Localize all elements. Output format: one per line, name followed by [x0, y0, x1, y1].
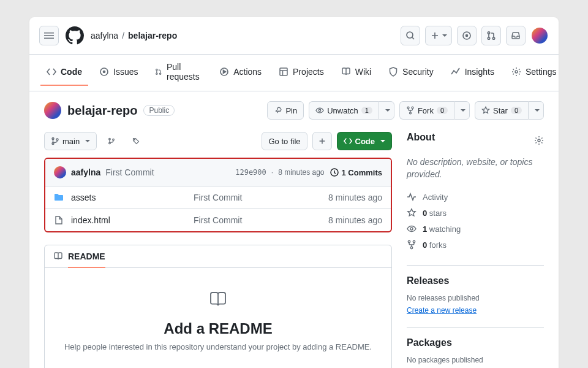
issues-shortcut[interactable] [457, 26, 477, 45]
breadcrumb-sep: / [122, 31, 124, 40]
forks-link[interactable]: 0 forks [407, 237, 544, 253]
svg-point-16 [160, 73, 161, 74]
unwatch-count: 1 [361, 107, 372, 114]
commit-message[interactable]: First Commit [105, 167, 154, 177]
about-settings-button[interactable] [534, 136, 544, 147]
file-time: 8 minutes ago [328, 193, 382, 202]
pulls-shortcut[interactable] [481, 26, 501, 45]
tags-link[interactable] [126, 132, 146, 150]
readme-title: Add a README [57, 320, 379, 337]
tab-settings[interactable]: Settings [505, 59, 559, 86]
create-release-link[interactable]: Create a new release [407, 306, 477, 315]
svg-point-14 [156, 69, 157, 71]
star-dropdown[interactable] [528, 101, 544, 120]
tab-pulls-label: Pull requests [167, 62, 202, 82]
svg-rect-18 [280, 68, 287, 75]
readme-help: Help people interested in this repositor… [57, 342, 379, 351]
inbox-button[interactable] [506, 26, 526, 45]
breadcrumb: aafylna / belajar-repo [91, 31, 177, 40]
commits-link[interactable]: 1 Commits [330, 167, 382, 177]
watching-link[interactable]: 1 watching [407, 221, 544, 237]
repo-nav: Code Issues Pull requests Actions Projec… [29, 55, 559, 91]
releases-heading: Releases [407, 275, 544, 286]
breadcrumb-repo[interactable]: belajar-repo [128, 31, 177, 40]
commit-author[interactable]: aafylna [71, 167, 100, 177]
search-button[interactable] [401, 26, 420, 45]
tab-actions[interactable]: Actions [213, 59, 268, 86]
file-commit-msg: First Commit [194, 215, 328, 225]
folder-icon [54, 193, 64, 202]
add-menu[interactable] [425, 26, 452, 45]
avatar[interactable] [530, 26, 549, 45]
svg-rect-1 [44, 35, 54, 36]
commit-sha[interactable]: 129e900 [235, 168, 266, 177]
tab-projects[interactable]: Projects [273, 59, 330, 86]
file-time: 8 minutes ago [328, 215, 382, 225]
svg-point-3 [407, 32, 413, 38]
tab-security-label: Security [402, 67, 434, 77]
tab-issues-label: Issues [113, 67, 138, 77]
tab-wiki[interactable]: Wiki [335, 59, 377, 86]
unwatch-button[interactable]: Unwatch1 [309, 101, 379, 120]
tab-settings-label: Settings [526, 67, 557, 77]
book-icon [57, 290, 379, 312]
star-button[interactable]: Star0 [475, 101, 528, 120]
svg-point-25 [409, 112, 411, 114]
svg-point-23 [407, 107, 409, 109]
code-button[interactable]: Code [337, 132, 393, 150]
file-row[interactable]: index.htmlFirst Commit8 minutes ago [45, 209, 391, 231]
commit-sep: · [271, 168, 273, 177]
packages-heading: Packages [407, 337, 544, 348]
readme-tab[interactable]: README [68, 251, 105, 268]
stars-link[interactable]: 0 stars [407, 205, 544, 221]
svg-point-29 [109, 138, 111, 140]
repo-title: belajar-repo [67, 104, 137, 118]
commit-author-avatar[interactable] [54, 166, 66, 178]
svg-point-37 [410, 228, 413, 230]
tab-wiki-label: Wiki [355, 67, 371, 77]
github-logo-icon[interactable] [65, 26, 85, 45]
svg-point-28 [56, 139, 58, 140]
svg-rect-2 [44, 38, 54, 39]
activity-link[interactable]: Activity [407, 189, 544, 205]
tab-code[interactable]: Code [40, 59, 88, 86]
file-commit-msg: First Commit [194, 193, 328, 202]
branch-select[interactable]: main [44, 132, 97, 150]
add-file-button[interactable] [312, 132, 332, 150]
tab-code-label: Code [61, 67, 82, 77]
svg-point-15 [156, 73, 157, 74]
visibility-badge: Public [143, 105, 175, 116]
svg-point-31 [113, 139, 115, 140]
repo-owner-avatar [44, 102, 61, 119]
tab-issues[interactable]: Issues [93, 59, 144, 86]
hamburger-menu[interactable] [39, 26, 59, 45]
svg-point-13 [104, 71, 105, 73]
tab-projects-label: Projects [293, 67, 324, 77]
fork-button[interactable]: Fork0 [399, 101, 454, 120]
unwatch-dropdown[interactable] [379, 101, 394, 120]
svg-point-9 [488, 32, 489, 34]
branches-link[interactable] [102, 132, 121, 150]
tab-insights[interactable]: Insights [445, 59, 500, 86]
about-heading: About [407, 132, 435, 143]
svg-point-10 [488, 37, 489, 39]
svg-point-8 [466, 35, 468, 37]
svg-point-40 [410, 247, 412, 248]
gotofile-button[interactable]: Go to file [262, 132, 307, 150]
svg-point-38 [408, 240, 410, 242]
commit-time: 8 minutes ago [278, 168, 324, 177]
breadcrumb-owner[interactable]: aafylna [91, 31, 118, 40]
tab-pulls[interactable]: Pull requests [149, 55, 208, 91]
pin-button[interactable]: Pin [267, 101, 304, 120]
svg-point-39 [413, 240, 415, 242]
file-name: index.html [71, 215, 194, 225]
fork-dropdown[interactable] [454, 101, 470, 120]
releases-none: No releases published [407, 294, 544, 302]
svg-point-32 [134, 139, 135, 140]
file-listing: aafylna First Commit 129e900 · 8 minutes… [44, 158, 392, 232]
file-icon [54, 215, 64, 225]
file-row[interactable]: assetsFirst Commit8 minutes ago [45, 186, 391, 209]
tab-insights-label: Insights [465, 67, 494, 77]
tab-security[interactable]: Security [382, 59, 440, 86]
svg-point-26 [52, 138, 54, 140]
